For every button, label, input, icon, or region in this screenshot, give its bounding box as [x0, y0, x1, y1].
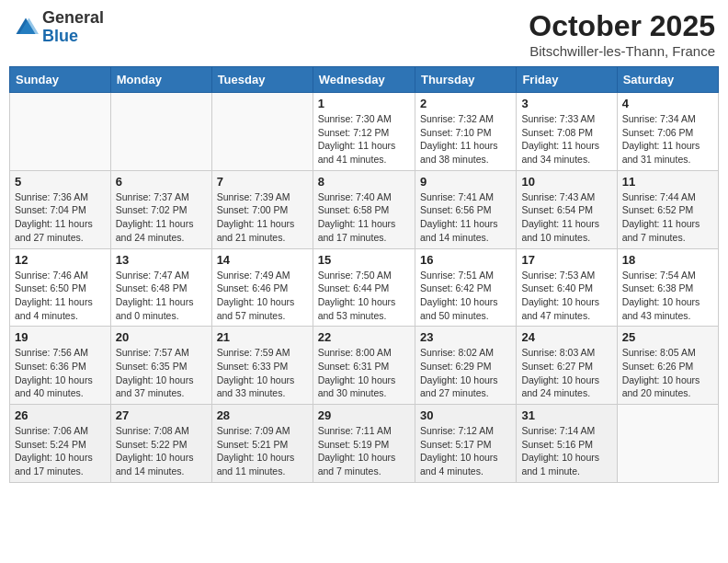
day-number: 15 — [318, 253, 410, 267]
day-number: 26 — [15, 408, 106, 422]
calendar-day-cell: 14Sunrise: 7:49 AM Sunset: 6:46 PM Dayli… — [211, 248, 313, 327]
weekday-header: Thursday — [415, 67, 516, 93]
calendar-day-cell: 25Sunrise: 8:05 AM Sunset: 6:26 PM Dayli… — [617, 327, 718, 405]
day-info: Sunrise: 7:59 AM Sunset: 6:33 PM Dayligh… — [217, 346, 308, 400]
calendar-day-cell: 18Sunrise: 7:54 AM Sunset: 6:38 PM Dayli… — [617, 248, 718, 327]
day-number: 31 — [521, 408, 611, 422]
day-number: 7 — [217, 175, 308, 189]
day-number: 22 — [318, 330, 410, 344]
day-number: 16 — [420, 253, 511, 267]
weekday-header: Saturday — [617, 67, 718, 93]
calendar-day-cell: 23Sunrise: 8:02 AM Sunset: 6:29 PM Dayli… — [415, 327, 516, 405]
day-number: 6 — [116, 175, 207, 189]
calendar-day-cell: 16Sunrise: 7:51 AM Sunset: 6:42 PM Dayli… — [415, 248, 516, 327]
calendar-day-cell: 7Sunrise: 7:39 AM Sunset: 7:00 PM Daylig… — [211, 170, 313, 248]
day-number: 28 — [217, 408, 308, 422]
calendar-day-cell: 9Sunrise: 7:41 AM Sunset: 6:56 PM Daylig… — [415, 170, 516, 248]
day-number: 17 — [521, 253, 611, 267]
day-number: 27 — [116, 408, 207, 422]
day-number: 3 — [521, 97, 611, 110]
day-info: Sunrise: 7:54 AM Sunset: 6:38 PM Dayligh… — [622, 269, 713, 323]
calendar-day-cell: 13Sunrise: 7:47 AM Sunset: 6:48 PM Dayli… — [110, 248, 211, 327]
calendar-day-cell: 11Sunrise: 7:44 AM Sunset: 6:52 PM Dayli… — [617, 170, 718, 248]
day-info: Sunrise: 7:11 AM Sunset: 5:19 PM Dayligh… — [318, 424, 410, 478]
title-block: October 2025 Bitschwiller-les-Thann, Fra… — [529, 9, 715, 59]
calendar-day-cell: 29Sunrise: 7:11 AM Sunset: 5:19 PM Dayli… — [313, 405, 415, 483]
calendar-day-cell: 2Sunrise: 7:32 AM Sunset: 7:10 PM Daylig… — [415, 93, 516, 171]
day-info: Sunrise: 7:36 AM Sunset: 7:04 PM Dayligh… — [15, 190, 106, 245]
calendar-day-cell: 19Sunrise: 7:56 AM Sunset: 6:36 PM Dayli… — [10, 327, 111, 405]
calendar-day-cell: 17Sunrise: 7:53 AM Sunset: 6:40 PM Dayli… — [517, 248, 617, 327]
calendar-day-cell: 15Sunrise: 7:50 AM Sunset: 6:44 PM Dayli… — [313, 248, 415, 327]
day-info: Sunrise: 8:03 AM Sunset: 6:27 PM Dayligh… — [521, 346, 611, 400]
day-info: Sunrise: 7:39 AM Sunset: 7:00 PM Dayligh… — [217, 190, 308, 245]
month-title: October 2025 — [529, 9, 715, 43]
day-number: 5 — [15, 175, 106, 189]
day-number: 1 — [318, 97, 410, 110]
calendar-week-row: 12Sunrise: 7:46 AM Sunset: 6:50 PM Dayli… — [10, 248, 719, 327]
day-number: 23 — [420, 330, 511, 344]
day-info: Sunrise: 7:43 AM Sunset: 6:54 PM Dayligh… — [521, 190, 611, 245]
calendar-day-cell: 12Sunrise: 7:46 AM Sunset: 6:50 PM Dayli… — [10, 248, 111, 327]
calendar-day-cell: 28Sunrise: 7:09 AM Sunset: 5:21 PM Dayli… — [211, 405, 313, 483]
day-number: 8 — [318, 175, 410, 189]
logo-general-text: General — [42, 9, 104, 28]
day-info: Sunrise: 7:47 AM Sunset: 6:48 PM Dayligh… — [116, 269, 207, 323]
calendar-day-cell: 10Sunrise: 7:43 AM Sunset: 6:54 PM Dayli… — [517, 170, 617, 248]
calendar-day-cell: 30Sunrise: 7:12 AM Sunset: 5:17 PM Dayli… — [415, 405, 516, 483]
day-number: 12 — [15, 253, 106, 267]
calendar-week-row: 5Sunrise: 7:36 AM Sunset: 7:04 PM Daylig… — [10, 170, 719, 248]
day-info: Sunrise: 7:06 AM Sunset: 5:24 PM Dayligh… — [15, 424, 106, 478]
day-number: 30 — [420, 408, 511, 422]
day-info: Sunrise: 7:44 AM Sunset: 6:52 PM Dayligh… — [622, 190, 713, 245]
day-number: 14 — [217, 253, 308, 267]
day-info: Sunrise: 7:37 AM Sunset: 7:02 PM Dayligh… — [116, 190, 207, 245]
day-number: 11 — [622, 175, 713, 189]
calendar-day-cell: 3Sunrise: 7:33 AM Sunset: 7:08 PM Daylig… — [517, 93, 617, 171]
day-info: Sunrise: 7:33 AM Sunset: 7:08 PM Dayligh… — [521, 112, 611, 167]
calendar-day-cell: 31Sunrise: 7:14 AM Sunset: 5:16 PM Dayli… — [517, 405, 617, 483]
day-info: Sunrise: 7:34 AM Sunset: 7:06 PM Dayligh… — [622, 112, 713, 167]
calendar-day-cell: 8Sunrise: 7:40 AM Sunset: 6:58 PM Daylig… — [313, 170, 415, 248]
day-info: Sunrise: 7:14 AM Sunset: 5:16 PM Dayligh… — [521, 424, 611, 478]
calendar-day-cell — [211, 93, 313, 171]
page-header: General Blue October 2025 Bitschwiller-l… — [9, 9, 719, 59]
calendar-week-row: 19Sunrise: 7:56 AM Sunset: 6:36 PM Dayli… — [10, 327, 719, 405]
day-info: Sunrise: 8:05 AM Sunset: 6:26 PM Dayligh… — [622, 346, 713, 400]
calendar-day-cell: 20Sunrise: 7:57 AM Sunset: 6:35 PM Dayli… — [110, 327, 211, 405]
day-info: Sunrise: 8:00 AM Sunset: 6:31 PM Dayligh… — [318, 346, 410, 400]
day-info: Sunrise: 7:49 AM Sunset: 6:46 PM Dayligh… — [217, 269, 308, 323]
calendar-day-cell: 1Sunrise: 7:30 AM Sunset: 7:12 PM Daylig… — [313, 93, 415, 171]
calendar-day-cell: 6Sunrise: 7:37 AM Sunset: 7:02 PM Daylig… — [110, 170, 211, 248]
day-info: Sunrise: 7:51 AM Sunset: 6:42 PM Dayligh… — [420, 269, 511, 323]
location-subtitle: Bitschwiller-les-Thann, France — [529, 43, 715, 59]
day-number: 20 — [116, 330, 207, 344]
day-info: Sunrise: 7:30 AM Sunset: 7:12 PM Dayligh… — [318, 112, 410, 167]
day-number: 10 — [521, 175, 611, 189]
day-number: 13 — [116, 253, 207, 267]
calendar-day-cell — [617, 405, 718, 483]
weekday-header: Wednesday — [313, 67, 415, 93]
day-info: Sunrise: 7:09 AM Sunset: 5:21 PM Dayligh… — [217, 424, 308, 478]
calendar-day-cell: 5Sunrise: 7:36 AM Sunset: 7:04 PM Daylig… — [10, 170, 111, 248]
day-number: 2 — [420, 97, 511, 110]
logo: General Blue — [13, 9, 104, 46]
weekday-header: Tuesday — [211, 67, 313, 93]
day-info: Sunrise: 7:32 AM Sunset: 7:10 PM Dayligh… — [420, 112, 511, 167]
calendar-day-cell: 27Sunrise: 7:08 AM Sunset: 5:22 PM Dayli… — [110, 405, 211, 483]
day-info: Sunrise: 7:57 AM Sunset: 6:35 PM Dayligh… — [116, 346, 207, 400]
day-number: 19 — [15, 330, 106, 344]
day-info: Sunrise: 7:50 AM Sunset: 6:44 PM Dayligh… — [318, 269, 410, 323]
calendar-day-cell: 26Sunrise: 7:06 AM Sunset: 5:24 PM Dayli… — [10, 405, 111, 483]
day-number: 18 — [622, 253, 713, 267]
day-info: Sunrise: 8:02 AM Sunset: 6:29 PM Dayligh… — [420, 346, 511, 400]
weekday-header: Friday — [517, 67, 617, 93]
calendar-day-cell: 22Sunrise: 8:00 AM Sunset: 6:31 PM Dayli… — [313, 327, 415, 405]
logo-blue-text: Blue — [42, 28, 104, 46]
calendar-day-cell: 21Sunrise: 7:59 AM Sunset: 6:33 PM Dayli… — [211, 327, 313, 405]
weekday-header: Sunday — [10, 67, 111, 93]
weekday-header: Monday — [110, 67, 211, 93]
day-number: 24 — [521, 330, 611, 344]
day-info: Sunrise: 7:08 AM Sunset: 5:22 PM Dayligh… — [116, 424, 207, 478]
calendar-week-row: 26Sunrise: 7:06 AM Sunset: 5:24 PM Dayli… — [10, 405, 719, 483]
